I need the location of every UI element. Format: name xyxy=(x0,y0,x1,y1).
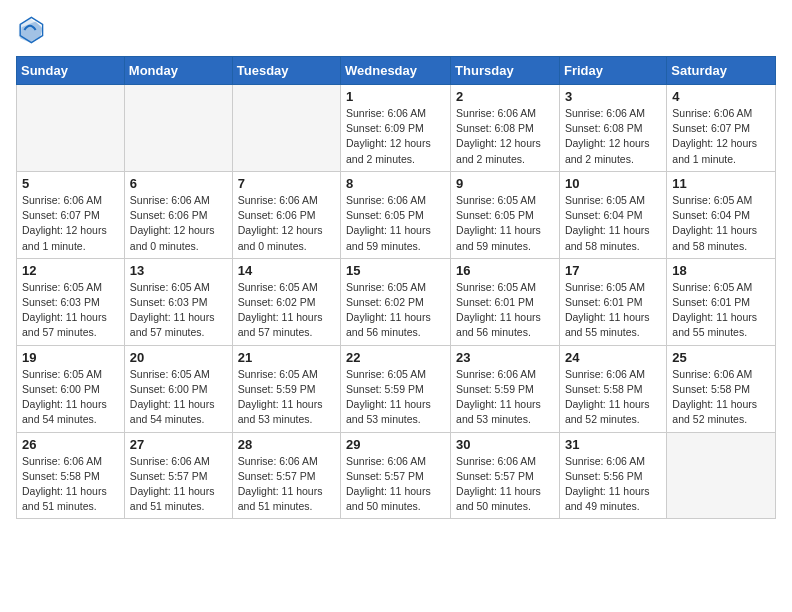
day-number: 13 xyxy=(130,263,227,278)
day-number: 26 xyxy=(22,437,119,452)
day-info: Sunrise: 6:06 AM Sunset: 5:57 PM Dayligh… xyxy=(238,454,335,515)
day-number: 30 xyxy=(456,437,554,452)
calendar-cell: 26Sunrise: 6:06 AM Sunset: 5:58 PM Dayli… xyxy=(17,432,125,519)
calendar-cell: 3Sunrise: 6:06 AM Sunset: 6:08 PM Daylig… xyxy=(559,85,666,172)
calendar-cell: 29Sunrise: 6:06 AM Sunset: 5:57 PM Dayli… xyxy=(341,432,451,519)
weekday-header-thursday: Thursday xyxy=(451,57,560,85)
calendar-cell xyxy=(17,85,125,172)
calendar-cell xyxy=(232,85,340,172)
calendar-cell: 12Sunrise: 6:05 AM Sunset: 6:03 PM Dayli… xyxy=(17,258,125,345)
day-number: 22 xyxy=(346,350,445,365)
day-number: 15 xyxy=(346,263,445,278)
logo-icon xyxy=(16,16,44,44)
day-number: 23 xyxy=(456,350,554,365)
calendar-cell: 13Sunrise: 6:05 AM Sunset: 6:03 PM Dayli… xyxy=(124,258,232,345)
calendar-week-5: 26Sunrise: 6:06 AM Sunset: 5:58 PM Dayli… xyxy=(17,432,776,519)
calendar-cell xyxy=(124,85,232,172)
calendar-cell: 24Sunrise: 6:06 AM Sunset: 5:58 PM Dayli… xyxy=(559,345,666,432)
day-info: Sunrise: 6:05 AM Sunset: 6:02 PM Dayligh… xyxy=(238,280,335,341)
day-number: 31 xyxy=(565,437,661,452)
calendar-cell: 23Sunrise: 6:06 AM Sunset: 5:59 PM Dayli… xyxy=(451,345,560,432)
calendar-cell: 1Sunrise: 6:06 AM Sunset: 6:09 PM Daylig… xyxy=(341,85,451,172)
calendar-cell: 31Sunrise: 6:06 AM Sunset: 5:56 PM Dayli… xyxy=(559,432,666,519)
calendar-cell: 16Sunrise: 6:05 AM Sunset: 6:01 PM Dayli… xyxy=(451,258,560,345)
calendar-cell: 2Sunrise: 6:06 AM Sunset: 6:08 PM Daylig… xyxy=(451,85,560,172)
day-info: Sunrise: 6:06 AM Sunset: 6:07 PM Dayligh… xyxy=(22,193,119,254)
day-number: 19 xyxy=(22,350,119,365)
calendar-cell: 19Sunrise: 6:05 AM Sunset: 6:00 PM Dayli… xyxy=(17,345,125,432)
day-number: 10 xyxy=(565,176,661,191)
weekday-header-sunday: Sunday xyxy=(17,57,125,85)
day-number: 9 xyxy=(456,176,554,191)
day-info: Sunrise: 6:06 AM Sunset: 5:58 PM Dayligh… xyxy=(672,367,770,428)
calendar-cell: 9Sunrise: 6:05 AM Sunset: 6:05 PM Daylig… xyxy=(451,171,560,258)
calendar-cell: 22Sunrise: 6:05 AM Sunset: 5:59 PM Dayli… xyxy=(341,345,451,432)
day-info: Sunrise: 6:06 AM Sunset: 5:57 PM Dayligh… xyxy=(456,454,554,515)
day-number: 11 xyxy=(672,176,770,191)
day-number: 17 xyxy=(565,263,661,278)
calendar-cell: 14Sunrise: 6:05 AM Sunset: 6:02 PM Dayli… xyxy=(232,258,340,345)
day-number: 14 xyxy=(238,263,335,278)
day-number: 16 xyxy=(456,263,554,278)
day-number: 2 xyxy=(456,89,554,104)
calendar-cell: 20Sunrise: 6:05 AM Sunset: 6:00 PM Dayli… xyxy=(124,345,232,432)
day-info: Sunrise: 6:05 AM Sunset: 6:03 PM Dayligh… xyxy=(22,280,119,341)
calendar-cell: 15Sunrise: 6:05 AM Sunset: 6:02 PM Dayli… xyxy=(341,258,451,345)
day-number: 27 xyxy=(130,437,227,452)
day-info: Sunrise: 6:05 AM Sunset: 6:03 PM Dayligh… xyxy=(130,280,227,341)
day-info: Sunrise: 6:05 AM Sunset: 6:04 PM Dayligh… xyxy=(672,193,770,254)
calendar-cell: 4Sunrise: 6:06 AM Sunset: 6:07 PM Daylig… xyxy=(667,85,776,172)
calendar-cell: 21Sunrise: 6:05 AM Sunset: 5:59 PM Dayli… xyxy=(232,345,340,432)
day-info: Sunrise: 6:05 AM Sunset: 6:01 PM Dayligh… xyxy=(456,280,554,341)
calendar-table: SundayMondayTuesdayWednesdayThursdayFrid… xyxy=(16,56,776,519)
calendar-cell: 30Sunrise: 6:06 AM Sunset: 5:57 PM Dayli… xyxy=(451,432,560,519)
day-info: Sunrise: 6:06 AM Sunset: 5:57 PM Dayligh… xyxy=(346,454,445,515)
day-info: Sunrise: 6:06 AM Sunset: 6:08 PM Dayligh… xyxy=(565,106,661,167)
calendar-week-4: 19Sunrise: 6:05 AM Sunset: 6:00 PM Dayli… xyxy=(17,345,776,432)
day-info: Sunrise: 6:06 AM Sunset: 5:56 PM Dayligh… xyxy=(565,454,661,515)
weekday-header-saturday: Saturday xyxy=(667,57,776,85)
day-info: Sunrise: 6:05 AM Sunset: 6:04 PM Dayligh… xyxy=(565,193,661,254)
day-number: 6 xyxy=(130,176,227,191)
calendar-cell: 28Sunrise: 6:06 AM Sunset: 5:57 PM Dayli… xyxy=(232,432,340,519)
day-number: 3 xyxy=(565,89,661,104)
logo xyxy=(16,16,48,44)
day-number: 7 xyxy=(238,176,335,191)
day-number: 5 xyxy=(22,176,119,191)
calendar-cell: 8Sunrise: 6:06 AM Sunset: 6:05 PM Daylig… xyxy=(341,171,451,258)
day-info: Sunrise: 6:06 AM Sunset: 6:06 PM Dayligh… xyxy=(238,193,335,254)
day-number: 28 xyxy=(238,437,335,452)
day-info: Sunrise: 6:06 AM Sunset: 5:59 PM Dayligh… xyxy=(456,367,554,428)
day-number: 29 xyxy=(346,437,445,452)
weekday-header-tuesday: Tuesday xyxy=(232,57,340,85)
day-number: 21 xyxy=(238,350,335,365)
calendar-cell: 17Sunrise: 6:05 AM Sunset: 6:01 PM Dayli… xyxy=(559,258,666,345)
day-number: 24 xyxy=(565,350,661,365)
day-info: Sunrise: 6:06 AM Sunset: 6:06 PM Dayligh… xyxy=(130,193,227,254)
calendar-cell: 6Sunrise: 6:06 AM Sunset: 6:06 PM Daylig… xyxy=(124,171,232,258)
day-info: Sunrise: 6:06 AM Sunset: 5:58 PM Dayligh… xyxy=(22,454,119,515)
day-info: Sunrise: 6:05 AM Sunset: 6:02 PM Dayligh… xyxy=(346,280,445,341)
weekday-header-row: SundayMondayTuesdayWednesdayThursdayFrid… xyxy=(17,57,776,85)
day-info: Sunrise: 6:05 AM Sunset: 6:00 PM Dayligh… xyxy=(22,367,119,428)
day-number: 4 xyxy=(672,89,770,104)
day-number: 18 xyxy=(672,263,770,278)
day-info: Sunrise: 6:06 AM Sunset: 6:09 PM Dayligh… xyxy=(346,106,445,167)
calendar-cell: 18Sunrise: 6:05 AM Sunset: 6:01 PM Dayli… xyxy=(667,258,776,345)
calendar-cell xyxy=(667,432,776,519)
day-info: Sunrise: 6:05 AM Sunset: 5:59 PM Dayligh… xyxy=(346,367,445,428)
day-info: Sunrise: 6:06 AM Sunset: 6:07 PM Dayligh… xyxy=(672,106,770,167)
calendar-cell: 27Sunrise: 6:06 AM Sunset: 5:57 PM Dayli… xyxy=(124,432,232,519)
calendar-cell: 10Sunrise: 6:05 AM Sunset: 6:04 PM Dayli… xyxy=(559,171,666,258)
day-info: Sunrise: 6:05 AM Sunset: 6:01 PM Dayligh… xyxy=(565,280,661,341)
day-info: Sunrise: 6:06 AM Sunset: 6:05 PM Dayligh… xyxy=(346,193,445,254)
day-info: Sunrise: 6:06 AM Sunset: 6:08 PM Dayligh… xyxy=(456,106,554,167)
page-header xyxy=(16,16,776,44)
weekday-header-friday: Friday xyxy=(559,57,666,85)
calendar-cell: 11Sunrise: 6:05 AM Sunset: 6:04 PM Dayli… xyxy=(667,171,776,258)
calendar-cell: 5Sunrise: 6:06 AM Sunset: 6:07 PM Daylig… xyxy=(17,171,125,258)
day-info: Sunrise: 6:05 AM Sunset: 5:59 PM Dayligh… xyxy=(238,367,335,428)
day-number: 8 xyxy=(346,176,445,191)
calendar-cell: 7Sunrise: 6:06 AM Sunset: 6:06 PM Daylig… xyxy=(232,171,340,258)
weekday-header-monday: Monday xyxy=(124,57,232,85)
